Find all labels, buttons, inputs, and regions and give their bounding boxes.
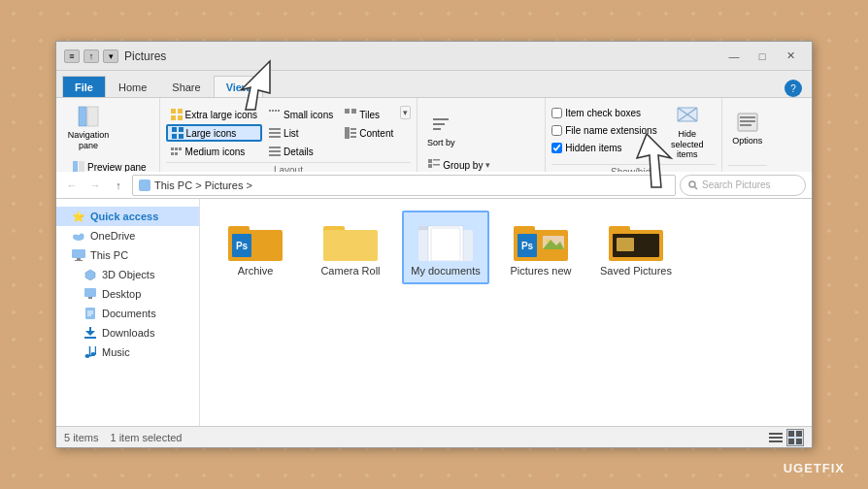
documents-label: Documents xyxy=(102,308,156,319)
3d-objects-label: 3D Objects xyxy=(102,269,154,280)
svg-rect-67 xyxy=(84,288,96,297)
archive-label: Archive xyxy=(238,265,274,277)
large-icons-button[interactable]: Large icons xyxy=(166,124,262,142)
file-area: Ps Archive Camera Roll xyxy=(200,199,812,426)
tab-file[interactable]: File xyxy=(62,76,106,97)
saved-pictures-label: Saved Pictures xyxy=(600,265,672,277)
content-label: Content xyxy=(359,128,393,139)
close-button[interactable]: ✕ xyxy=(777,45,804,68)
up-button[interactable]: ↑ xyxy=(109,176,128,195)
minimize-button[interactable]: — xyxy=(720,45,748,68)
svg-rect-39 xyxy=(433,159,440,161)
svg-rect-13 xyxy=(179,134,184,139)
folder-pictures-new[interactable]: Ps Pictures new xyxy=(497,211,584,284)
quick-access-icon-3[interactable]: ▾ xyxy=(103,49,118,63)
svg-line-59 xyxy=(695,186,698,189)
file-name-extensions-option[interactable]: File name extensions xyxy=(551,123,657,138)
sidebar-item-this-pc[interactable]: This PC xyxy=(56,245,199,265)
item-checkboxes-option[interactable]: Item check boxes xyxy=(551,106,657,120)
hide-selected-icon xyxy=(676,104,699,127)
large-view-button[interactable] xyxy=(786,429,804,446)
folder-my-documents[interactable]: My documents xyxy=(402,211,489,284)
sidebar-item-3d-objects[interactable]: 3D Objects xyxy=(56,265,199,284)
main-area: ⭐ Quick access OneDrive This PC 3D Obje xyxy=(56,199,812,426)
folder-camera-roll[interactable]: Camera Roll xyxy=(307,211,394,284)
title-bar-left: ≡ ↑ ▾ Pictures xyxy=(64,49,166,63)
large-icons-label: Large icons xyxy=(186,128,237,139)
svg-rect-34 xyxy=(351,136,356,138)
sort-by-button[interactable]: Sort by xyxy=(423,106,458,154)
desktop-icon xyxy=(83,287,97,301)
options-button[interactable]: Options xyxy=(728,102,767,154)
details-view-button[interactable] xyxy=(767,429,785,446)
sidebar-item-onedrive[interactable]: OneDrive xyxy=(56,226,199,245)
svg-rect-19 xyxy=(269,110,271,112)
svg-rect-57 xyxy=(139,179,150,191)
archive-folder-icon: Ps xyxy=(228,218,283,261)
svg-rect-18 xyxy=(175,152,178,155)
hidden-items-checkbox[interactable] xyxy=(551,143,562,153)
title-bar: ≡ ↑ ▾ Pictures — □ ✕ xyxy=(56,42,812,71)
music-icon xyxy=(83,345,97,359)
explorer-window: ≡ ↑ ▾ Pictures — □ ✕ File Home Share Vie… xyxy=(55,41,813,448)
search-box[interactable]: Search Pictures xyxy=(680,175,806,196)
details-button[interactable]: Details xyxy=(264,143,338,160)
svg-rect-9 xyxy=(178,115,183,120)
sidebar-item-downloads[interactable]: Downloads xyxy=(56,323,199,342)
tab-view[interactable]: View xyxy=(214,76,263,97)
tab-share[interactable]: Share xyxy=(159,76,213,97)
svg-rect-38 xyxy=(428,159,432,163)
cloud-icon xyxy=(72,229,85,243)
tab-home[interactable]: Home xyxy=(106,76,159,97)
help-button[interactable]: ? xyxy=(785,80,802,97)
list-button[interactable]: List xyxy=(264,124,338,142)
svg-rect-15 xyxy=(175,147,178,150)
address-path[interactable]: This PC > Pictures > xyxy=(132,175,676,196)
item-checkboxes-label: Item check boxes xyxy=(565,108,641,118)
forward-button[interactable]: → xyxy=(85,176,105,195)
maximize-button[interactable]: □ xyxy=(749,45,776,68)
navigation-pane-button[interactable]: Navigationpane xyxy=(66,102,111,154)
svg-rect-102 xyxy=(769,433,783,435)
svg-rect-104 xyxy=(769,440,783,442)
quick-access-icon-1[interactable]: ≡ xyxy=(64,49,80,63)
folder-saved-pictures[interactable]: Saved Pictures xyxy=(592,211,680,284)
my-documents-label: My documents xyxy=(411,265,481,277)
svg-rect-24 xyxy=(269,132,281,134)
svg-rect-23 xyxy=(269,128,281,130)
documents-icon xyxy=(83,307,97,320)
quick-access-icon-2[interactable]: ↑ xyxy=(83,49,99,63)
current-view-group: Sort by Group by ▾ Add columns ▾ xyxy=(417,98,546,172)
tiles-button[interactable]: Tiles xyxy=(340,106,398,123)
svg-text:Ps: Ps xyxy=(236,241,249,251)
extra-large-icons-button[interactable]: Extra large icons xyxy=(166,106,262,123)
hidden-items-label: Hidden items xyxy=(565,143,621,153)
hidden-items-option[interactable]: Hidden items xyxy=(551,141,657,155)
title-bar-quick-access: ≡ ↑ ▾ xyxy=(64,49,118,63)
small-icons-button[interactable]: Small icons xyxy=(264,106,338,123)
folder-archive[interactable]: Ps Archive xyxy=(212,211,299,284)
sidebar-item-documents[interactable]: Documents xyxy=(56,304,199,323)
medium-icons-button[interactable]: Medium icons xyxy=(166,143,262,160)
back-button[interactable]: ← xyxy=(62,176,82,195)
content-button[interactable]: Content xyxy=(340,124,398,142)
svg-rect-64 xyxy=(77,258,81,260)
file-name-extensions-checkbox[interactable] xyxy=(551,125,562,136)
music-label: Music xyxy=(102,346,130,358)
item-checkboxes-checkbox[interactable] xyxy=(551,108,562,118)
download-icon xyxy=(83,326,97,340)
hide-selected-items-button[interactable]: Hide selecteditems xyxy=(665,106,710,158)
svg-line-78 xyxy=(90,354,96,356)
svg-text:Ps: Ps xyxy=(521,241,534,251)
svg-point-62 xyxy=(80,234,84,239)
sidebar-item-music[interactable]: Music xyxy=(56,342,199,362)
star-icon: ⭐ xyxy=(72,210,85,223)
ribbon-content: Navigationpane Preview pane Details pane… xyxy=(56,98,812,172)
layout-expand-button[interactable]: ▾ xyxy=(400,106,411,119)
svg-rect-108 xyxy=(796,439,802,444)
svg-rect-65 xyxy=(75,260,83,261)
sidebar-item-desktop[interactable]: Desktop xyxy=(56,284,199,304)
sidebar-item-quick-access[interactable]: ⭐ Quick access xyxy=(56,207,199,226)
address-bar: ← → ↑ This PC > Pictures > Search Pictur… xyxy=(56,172,812,199)
show-hide-group: Item check boxes File name extensions Hi… xyxy=(546,98,722,172)
